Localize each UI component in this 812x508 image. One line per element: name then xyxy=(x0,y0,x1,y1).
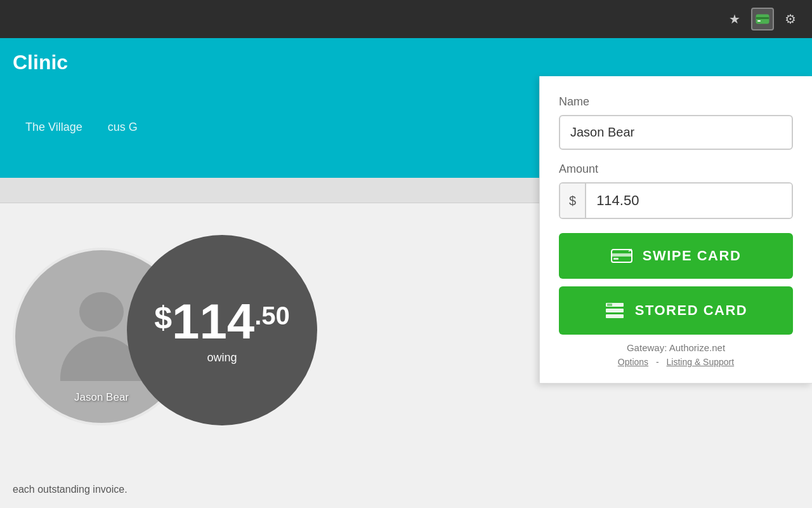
puzzle-icon[interactable]: ⚙ xyxy=(779,8,802,30)
stored-card-icon xyxy=(605,300,625,321)
link-separator: - xyxy=(656,357,659,367)
stored-card-button[interactable]: STORED CARD xyxy=(559,286,793,335)
star-icon[interactable]: ★ xyxy=(723,8,746,30)
svg-rect-2 xyxy=(757,20,761,22)
svg-rect-1 xyxy=(756,17,769,19)
swipe-card-button[interactable]: SWIPE CARD xyxy=(559,233,793,279)
gateway-text: Gateway: Authorize.net xyxy=(559,342,793,353)
balance-cents: . xyxy=(254,303,261,328)
payment-icon[interactable] xyxy=(751,8,774,30)
browser-bar: ★ ⚙ xyxy=(0,0,812,38)
swipe-card-icon xyxy=(611,247,632,265)
support-link[interactable]: Listing & Support xyxy=(667,357,735,367)
balance-dollar-sign: $ xyxy=(154,302,172,333)
avatar-name: Jason Bear xyxy=(74,391,129,404)
balance-circle: $ 114 . 50 owing xyxy=(127,235,317,425)
amount-input[interactable] xyxy=(586,184,792,218)
bottom-text: each outstanding invoice. xyxy=(13,484,128,495)
nav-link-village[interactable]: The Village xyxy=(25,121,82,134)
svg-rect-7 xyxy=(606,309,624,312)
svg-rect-9 xyxy=(607,304,612,306)
amount-row: $ xyxy=(559,182,793,219)
svg-rect-8 xyxy=(606,314,624,318)
dollar-sign-label: $ xyxy=(560,184,586,218)
nav-links: The Village cus G xyxy=(25,121,138,134)
stored-card-label: STORED CARD xyxy=(635,302,747,319)
name-input[interactable] xyxy=(559,115,793,150)
svg-rect-5 xyxy=(613,258,619,260)
balance-cents-value: 50 xyxy=(261,303,290,328)
nav-link-cus[interactable]: cus G xyxy=(108,121,138,134)
avatar-head xyxy=(79,292,124,331)
page-content: Clinic The Village cus G Jason Bear $ 11… xyxy=(0,38,812,508)
name-label: Name xyxy=(559,95,793,109)
balance-whole: 114 xyxy=(172,297,254,346)
swipe-card-label: SWIPE CARD xyxy=(643,248,742,264)
balance-label: owing xyxy=(207,351,237,364)
payment-panel: Name Amount $ SWIPE CARD xyxy=(539,76,812,384)
amount-label: Amount xyxy=(559,163,793,176)
gateway-links: Options - Listing & Support xyxy=(559,357,793,367)
balance-amount: $ 114 . 50 xyxy=(154,297,290,346)
options-link[interactable]: Options xyxy=(618,357,648,367)
clinic-title: Clinic xyxy=(13,51,68,74)
svg-rect-4 xyxy=(612,253,632,257)
